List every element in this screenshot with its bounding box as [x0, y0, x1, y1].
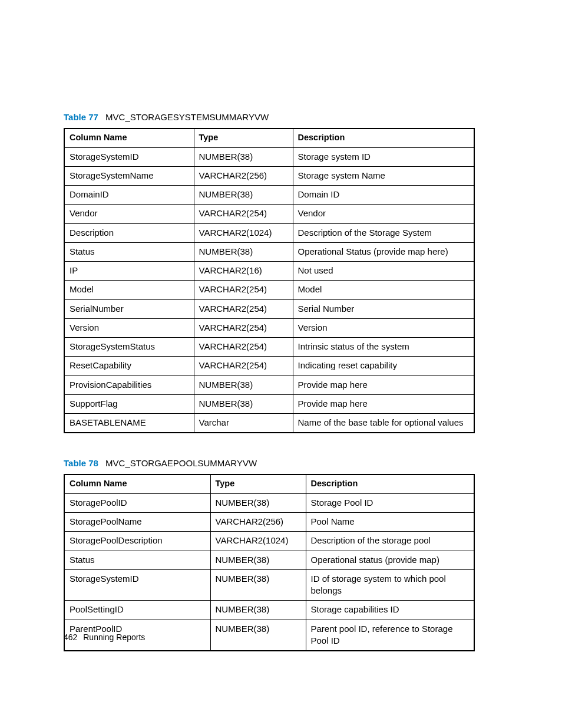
table-row: SupportFlagNUMBER(38)Provide map here [64, 394, 474, 413]
table-row: StoragePoolDescriptionVARCHAR2(1024)Desc… [64, 532, 474, 551]
table-78: Column Name Type Description StoragePool… [64, 474, 475, 651]
table-cell: Operational Status (provide map here) [293, 242, 474, 261]
table-cell: NUMBER(38) [210, 601, 306, 620]
table-cell: VARCHAR2(254) [194, 281, 293, 299]
table-cell: Varchar [194, 414, 293, 433]
table-cell: SupportFlag [64, 394, 194, 413]
table-cell: BASETABLENAME [64, 414, 194, 433]
table-cell: Status [64, 551, 210, 569]
table-cell: VARCHAR2(256) [210, 513, 306, 532]
table-cell: NUMBER(38) [210, 493, 306, 512]
table-cell: VARCHAR2(254) [194, 205, 293, 223]
table-row: SerialNumberVARCHAR2(254)Serial Number [64, 299, 474, 318]
table-cell: ResetCapability [64, 357, 194, 375]
table-cell: NUMBER(38) [194, 186, 293, 205]
table-cell: Pool Name [306, 513, 474, 532]
table-row: DescriptionVARCHAR2(1024)Description of … [64, 223, 474, 242]
table-title: MVC_STORAGESYSTEMSUMMARYVW [105, 112, 269, 122]
section-title: Running Reports [83, 633, 145, 642]
table-78-caption: Table 78 MVC_STORGAEPOOLSUMMARYVW [64, 458, 498, 468]
table-cell: Vendor [64, 205, 194, 223]
col-header: Description [306, 475, 474, 493]
table-cell: VARCHAR2(254) [194, 299, 293, 318]
table-cell: Operational status (provide map) [306, 551, 474, 569]
table-header-row: Column Name Type Description [64, 129, 474, 147]
col-header: Type [210, 475, 306, 493]
table-row: BASETABLENAMEVarcharName of the base tab… [64, 414, 474, 433]
table-cell: Parent pool ID, reference to Storage Poo… [306, 620, 474, 651]
table-cell: Description [64, 223, 194, 242]
table-row: StorageSystemNameVARCHAR2(256)Storage sy… [64, 166, 474, 185]
table-cell: Description of the Storage System [293, 223, 474, 242]
table-cell: Status [64, 242, 194, 261]
table-78-body: StoragePoolIDNUMBER(38)Storage Pool IDSt… [64, 493, 474, 651]
table-77-body: StorageSystemIDNUMBER(38)Storage system … [64, 147, 474, 433]
table-row: VendorVARCHAR2(254)Vendor [64, 205, 474, 223]
table-cell: DomainID [64, 186, 194, 205]
table-cell: NUMBER(38) [194, 147, 293, 166]
table-cell: StoragePoolID [64, 493, 210, 512]
table-cell: Serial Number [293, 299, 474, 318]
table-cell: NUMBER(38) [194, 394, 293, 413]
table-cell: Provide map here [293, 375, 474, 394]
table-cell: Domain ID [293, 186, 474, 205]
table-cell: Storage capabilities ID [306, 601, 474, 620]
table-header-row: Column Name Type Description [64, 475, 474, 493]
table-cell: NUMBER(38) [210, 620, 306, 651]
table-cell: Storage system Name [293, 166, 474, 185]
table-label: Table 78 [64, 458, 98, 468]
table-cell: Storage Pool ID [306, 493, 474, 512]
page-content: Table 77 MVC_STORAGESYSTEMSUMMARYVW Colu… [0, 0, 562, 651]
table-cell: NUMBER(38) [210, 551, 306, 569]
table-row: StoragePoolNameVARCHAR2(256)Pool Name [64, 513, 474, 532]
table-cell: Model [64, 281, 194, 299]
table-cell: VARCHAR2(16) [194, 262, 293, 281]
table-row: ResetCapabilityVARCHAR2(254)Indicating r… [64, 357, 474, 375]
table-77: Column Name Type Description StorageSyst… [64, 128, 475, 433]
table-title: MVC_STORGAEPOOLSUMMARYVW [105, 458, 257, 468]
table-cell: StorageSystemName [64, 166, 194, 185]
table-cell: VARCHAR2(1024) [210, 532, 306, 551]
table-cell: VARCHAR2(256) [194, 166, 293, 185]
page-footer: 462 Running Reports [64, 633, 145, 642]
table-row: StorageSystemIDNUMBER(38)Storage system … [64, 147, 474, 166]
table-cell: Indicating reset capability [293, 357, 474, 375]
table-77-caption: Table 77 MVC_STORAGESYSTEMSUMMARYVW [64, 112, 498, 122]
table-cell: Version [293, 318, 474, 337]
table-row: PoolSettingIDNUMBER(38)Storage capabilit… [64, 601, 474, 620]
col-header: Column Name [64, 129, 194, 147]
table-cell: VARCHAR2(254) [194, 318, 293, 337]
table-row: StoragePoolIDNUMBER(38)Storage Pool ID [64, 493, 474, 512]
table-cell: ID of storage system to which pool belon… [306, 569, 474, 601]
table-row: ModelVARCHAR2(254)Model [64, 281, 474, 299]
table-row: StorageSystemIDNUMBER(38)ID of storage s… [64, 569, 474, 601]
table-cell: SerialNumber [64, 299, 194, 318]
table-row: DomainIDNUMBER(38)Domain ID [64, 186, 474, 205]
table-cell: Model [293, 281, 474, 299]
table-cell: IP [64, 262, 194, 281]
table-cell: Intrinsic status of the system [293, 338, 474, 357]
table-row: StatusNUMBER(38)Operational Status (prov… [64, 242, 474, 261]
table-cell: VARCHAR2(254) [194, 357, 293, 375]
table-row: IPVARCHAR2(16)Not used [64, 262, 474, 281]
table-cell: StorageSystemStatus [64, 338, 194, 357]
table-cell: NUMBER(38) [194, 242, 293, 261]
table-cell: VARCHAR2(254) [194, 338, 293, 357]
table-row: VersionVARCHAR2(254)Version [64, 318, 474, 337]
table-row: StorageSystemStatusVARCHAR2(254)Intrinsi… [64, 338, 474, 357]
table-cell: StorageSystemID [64, 569, 210, 601]
page-number: 462 [64, 633, 77, 642]
table-cell: Name of the base table for optional valu… [293, 414, 474, 433]
table-cell: StoragePoolName [64, 513, 210, 532]
table-cell: ProvisionCapabilities [64, 375, 194, 394]
table-cell: Not used [293, 262, 474, 281]
table-cell: Description of the storage pool [306, 532, 474, 551]
table-cell: NUMBER(38) [210, 569, 306, 601]
table-cell: NUMBER(38) [194, 375, 293, 394]
table-row: ProvisionCapabilitiesNUMBER(38)Provide m… [64, 375, 474, 394]
table-cell: Version [64, 318, 194, 337]
table-row: StatusNUMBER(38)Operational status (prov… [64, 551, 474, 569]
table-label: Table 77 [64, 112, 98, 122]
table-cell: Storage system ID [293, 147, 474, 166]
col-header: Column Name [64, 475, 210, 493]
